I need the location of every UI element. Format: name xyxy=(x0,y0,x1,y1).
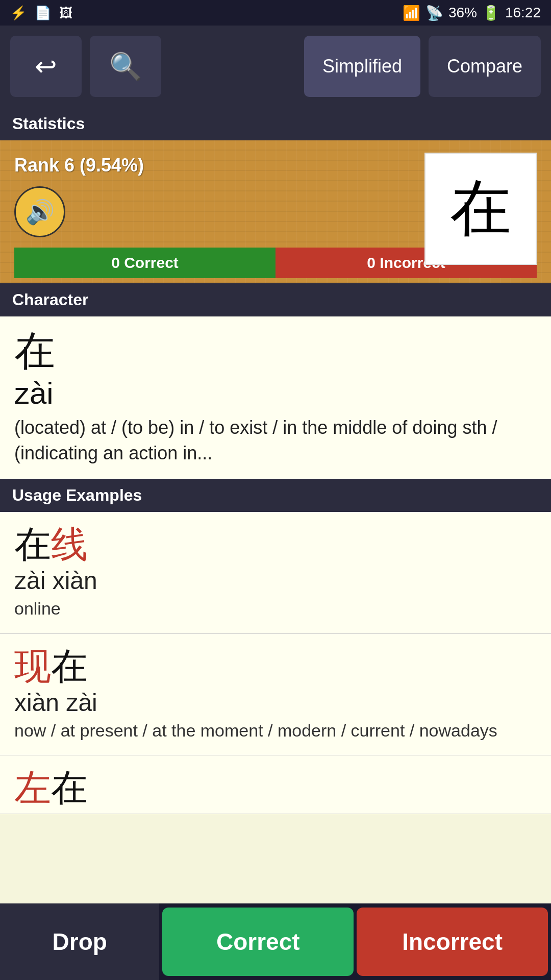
list-item: 左在 xyxy=(0,755,551,814)
usage-section: 在线 zài xiàn online 现在 xiàn zài now / at … xyxy=(0,512,551,814)
rank-text: Rank 6 (9.54%) xyxy=(14,155,144,176)
example-meaning-1: online xyxy=(14,597,537,621)
example-meaning-2: now / at present / at the moment / moder… xyxy=(14,719,537,743)
list-item: 在线 zài xiàn online xyxy=(0,512,551,634)
back-icon: ↩ xyxy=(35,51,57,82)
drop-button[interactable]: Drop xyxy=(0,903,159,980)
character-section: 在 zài (located) at / (to be) in / to exi… xyxy=(0,316,551,479)
incorrect-button[interactable]: Incorrect xyxy=(357,908,548,976)
toolbar: ↩ 🔍 Simplified Compare xyxy=(0,26,551,107)
compare-button[interactable]: Compare xyxy=(429,36,541,97)
sound-icon: 🔊 xyxy=(26,198,55,226)
back-button[interactable]: ↩ xyxy=(10,36,82,97)
example-chars-3: 左在 xyxy=(14,768,537,808)
time-display: 16:22 xyxy=(505,5,541,21)
example-pinyin-1: zài xiàn xyxy=(14,567,537,595)
correct-button[interactable]: Correct xyxy=(162,908,354,976)
example-chars-2: 现在 xyxy=(14,646,537,687)
usage-header: Usage Examples xyxy=(0,479,551,512)
character-chinese: 在 xyxy=(14,329,537,374)
usb-icon: ⚡ xyxy=(10,5,27,21)
search-icon: 🔍 xyxy=(109,51,142,82)
character-definition: (located) at / (to be) in / to exist / i… xyxy=(14,415,537,467)
statistics-header: Statistics xyxy=(0,107,551,140)
signal-icon: 📡 xyxy=(425,5,443,21)
battery-text: 36% xyxy=(448,5,477,21)
status-right-icons: 📶 📡 36% 🔋 16:22 xyxy=(403,5,541,21)
image-icon: 🖼 xyxy=(59,5,72,21)
search-button[interactable]: 🔍 xyxy=(90,36,161,97)
stats-card: Rank 6 (9.54%) 🔊 在 0 Correct 0 Incorrect xyxy=(0,140,551,283)
sound-button[interactable]: 🔊 xyxy=(14,186,65,237)
character-pinyin: zài xyxy=(14,376,537,411)
main-character-display: 在 xyxy=(450,167,511,251)
correct-score: 0 Correct xyxy=(14,248,276,278)
simplified-button[interactable]: Simplified xyxy=(304,36,420,97)
character-card: 在 xyxy=(424,153,537,265)
status-left-icons: ⚡ 📄 🖼 xyxy=(10,5,72,21)
doc-icon: 📄 xyxy=(35,5,51,21)
battery-icon: 🔋 xyxy=(482,5,500,21)
character-header: Character xyxy=(0,283,551,316)
example-pinyin-2: xiàn zài xyxy=(14,689,537,717)
bottom-bar: Drop Correct Incorrect xyxy=(0,903,551,980)
status-bar: ⚡ 📄 🖼 📶 📡 36% 🔋 16:22 xyxy=(0,0,551,26)
example-chars-1: 在线 xyxy=(14,524,537,565)
list-item: 现在 xiàn zài now / at present / at the mo… xyxy=(0,634,551,756)
wifi-icon: 📶 xyxy=(403,5,420,21)
